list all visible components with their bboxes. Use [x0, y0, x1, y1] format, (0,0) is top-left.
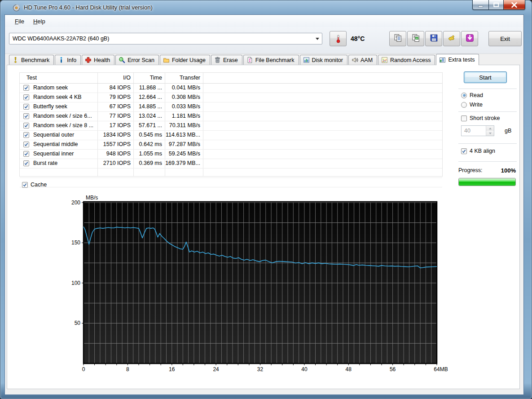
tab-erase[interactable]: Erase [211, 55, 242, 65]
transfer-value: 114.613 MB... [165, 132, 200, 138]
table-row: Sequential outer1834 IOPS0.545 ms114.613… [20, 131, 442, 140]
tab-aam[interactable]: AAM [348, 55, 377, 65]
empty-row [20, 168, 442, 178]
maximize-button[interactable] [488, 0, 504, 10]
write-radio[interactable]: Write [461, 102, 483, 108]
time-value: 12.664 ... [133, 94, 162, 100]
row-checkbox[interactable] [23, 113, 29, 119]
checkbox-checked-icon [22, 182, 28, 188]
tab-benchmark[interactable]: Benchmark [9, 55, 54, 65]
svg-text:32: 32 [257, 366, 264, 372]
transfer-value: 0.033 MB/s [165, 103, 200, 110]
row-checkbox[interactable] [23, 151, 29, 157]
table-header: Test I/O Time Transfer [20, 73, 442, 84]
table-row: Burst rate2710 IOPS0.369 ms169.379 MB... [20, 159, 442, 168]
progress-label: Progress: [458, 167, 483, 174]
stepper-up-icon[interactable] [486, 126, 494, 131]
row-checkbox[interactable] [23, 85, 29, 91]
test-name: Random seek / size 6... [33, 113, 96, 119]
stepper-down-icon[interactable] [486, 131, 494, 136]
tab-info[interactable]: Info [55, 55, 81, 65]
radio-unselected-icon [461, 102, 467, 108]
row-checkbox[interactable] [23, 94, 29, 100]
start-button-label: Start [479, 74, 491, 81]
io-value: 17 IOPS [97, 122, 131, 129]
transfer-value: 0.041 MB/s [165, 84, 200, 91]
minimize-button[interactable] [472, 0, 488, 10]
table-row: Random seek / size 6...77 IOPS13.024 ...… [20, 112, 442, 121]
erase-icon [214, 57, 221, 63]
menu-help[interactable]: Help [29, 17, 50, 26]
download-button[interactable] [461, 31, 478, 46]
exit-button[interactable]: Exit [488, 31, 522, 46]
tab-disk-monitor[interactable]: Disk monitor [300, 55, 347, 65]
tab-label: Error Scan [128, 57, 154, 63]
tab-folder-usage[interactable]: Folder Usage [160, 55, 210, 65]
io-value: 67 IOPS [97, 103, 131, 110]
save-button[interactable] [425, 31, 442, 46]
export-icon [447, 33, 457, 44]
row-checkbox[interactable] [23, 132, 29, 138]
title-bar[interactable]: HD Tune Pro 4.60 - Hard Disk Utility (tr… [5, 0, 472, 14]
kb-align-checkbox[interactable]: 4 KB align [461, 148, 495, 154]
svg-text:MB/s: MB/s [86, 195, 98, 201]
tab-error-scan[interactable]: Error Scan [115, 55, 159, 65]
read-radio[interactable]: Read [461, 92, 483, 98]
tab-extra-tests[interactable]: Extra tests [436, 54, 479, 65]
export-button[interactable] [443, 31, 460, 46]
tab-health[interactable]: Health [82, 55, 114, 65]
start-button[interactable]: Start [464, 71, 507, 83]
progress-row: Progress: 100% [458, 167, 516, 174]
table-row: Butterfly seek67 IOPS14.885 ...0.033 MB/… [20, 102, 442, 112]
row-checkbox[interactable] [23, 142, 29, 147]
cache-checkbox[interactable]: Cache [22, 182, 47, 188]
tab-label: Folder Usage [172, 57, 206, 63]
time-value: 0.369 ms [133, 160, 162, 166]
short-stroke-size-stepper[interactable]: 40 [461, 125, 494, 136]
io-value: 79 IOPS [97, 94, 131, 100]
test-name: Burst rate [33, 160, 96, 166]
svg-text:8: 8 [126, 366, 129, 372]
transfer-value: 70.311 MB/s [165, 122, 200, 129]
temperature-button[interactable] [330, 31, 347, 46]
disk-monitor-icon [303, 57, 310, 63]
health-icon [85, 57, 92, 63]
tab-random-access[interactable]: Random Access [378, 55, 435, 65]
progress-bar-fill [459, 178, 515, 186]
random-access-icon [381, 57, 388, 63]
drive-selector[interactable]: WDC WD6400AAKS-22A7B2 (640 gB) [9, 33, 322, 44]
row-checkbox[interactable] [23, 160, 29, 166]
test-name: Butterfly seek [33, 103, 96, 110]
copy-text-button[interactable] [389, 31, 406, 46]
table-row: Sequential middle1557 IOPS0.642 ms97.287… [20, 140, 442, 150]
test-name: Sequential outer [33, 132, 96, 138]
save-icon [429, 33, 439, 44]
row-checkbox[interactable] [23, 123, 29, 129]
transfer-value: 1.181 MB/s [165, 113, 200, 119]
svg-text:200: 200 [71, 200, 80, 206]
menu-file[interactable]: File [10, 17, 29, 26]
short-stroke-checkbox[interactable]: Short stroke [461, 115, 500, 121]
progress-bar [458, 178, 516, 186]
table-row: Random seek 4 KB79 IOPS12.664 ...0.308 M… [20, 93, 442, 102]
time-value: 13.024 ... [133, 113, 162, 119]
write-radio-label: Write [470, 102, 483, 108]
tab-label: AAM [361, 57, 373, 63]
results-table-body: Random seek84 IOPS11.868 ...0.041 MB/sRa… [20, 84, 442, 187]
size-value: 40 [462, 126, 486, 136]
svg-text:50: 50 [75, 320, 81, 326]
time-value: 14.885 ... [133, 103, 162, 110]
divider [458, 89, 517, 89]
copy-text-icon [393, 33, 403, 44]
time-value: 11.868 ... [133, 84, 162, 91]
tab-label: Info [67, 57, 76, 63]
tab-label: Benchmark [21, 57, 49, 63]
empty-row [20, 178, 442, 187]
checkbox-checked-icon [461, 148, 467, 154]
close-button[interactable] [504, 0, 525, 10]
tab-file-benchmark[interactable]: File Benchmark [243, 55, 299, 65]
table-row: Random seek / size 8 ...17 IOPS57.671 ..… [20, 121, 442, 131]
row-checkbox[interactable] [23, 104, 29, 110]
copy-image-button[interactable] [407, 31, 424, 46]
results-table: Test I/O Time Transfer Random seek84 IOP… [19, 72, 443, 177]
